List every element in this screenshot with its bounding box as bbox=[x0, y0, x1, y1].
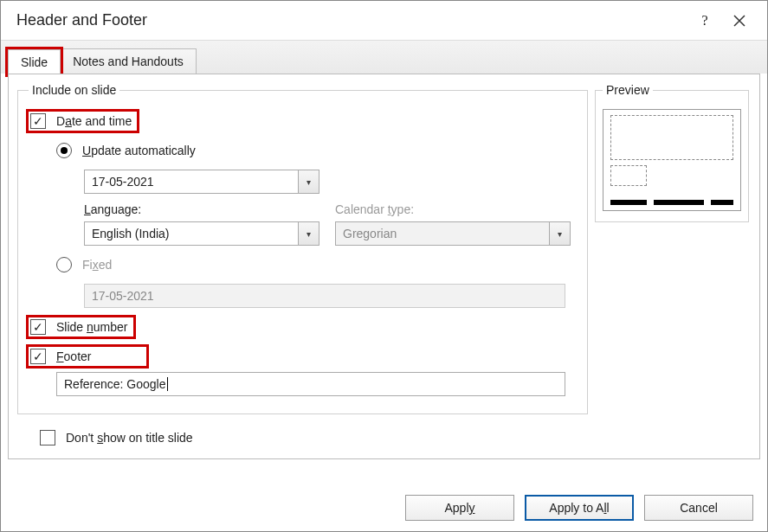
language-combo[interactable]: English (India) ▾ bbox=[84, 221, 319, 246]
footer-checkbox[interactable] bbox=[30, 349, 46, 364]
calendar-type-combo: Gregorian ▾ bbox=[335, 221, 571, 246]
tab-slide[interactable]: Slide bbox=[8, 49, 61, 74]
fixed-radio[interactable] bbox=[56, 257, 72, 272]
preview-group: Preview bbox=[595, 83, 749, 222]
chevron-down-icon: ▾ bbox=[298, 222, 319, 245]
apply-button[interactable]: Apply bbox=[405, 495, 514, 521]
chevron-down-icon: ▾ bbox=[549, 222, 570, 245]
header-footer-dialog: Header and Footer ? Slide Notes and Hand… bbox=[0, 0, 768, 532]
tab-strip: Slide Notes and Handouts bbox=[1, 41, 767, 74]
date-format-combo[interactable]: 17-05-2021 ▾ bbox=[84, 170, 319, 194]
close-icon[interactable] bbox=[722, 3, 757, 38]
preview-thumbnail bbox=[603, 109, 741, 211]
text-caret-icon bbox=[167, 377, 168, 391]
cancel-button[interactable]: Cancel bbox=[644, 495, 753, 521]
dialog-title: Header and Footer bbox=[16, 11, 687, 29]
language-label: Language: bbox=[84, 202, 319, 216]
chevron-down-icon: ▾ bbox=[298, 170, 319, 193]
include-on-slide-group: Include on slide Date and time Update au… bbox=[17, 83, 588, 414]
tab-notes-and-handouts[interactable]: Notes and Handouts bbox=[60, 48, 197, 74]
apply-to-all-button[interactable]: Apply to All bbox=[525, 495, 634, 521]
calendar-type-label: Calendar type: bbox=[335, 202, 571, 216]
date-time-checkbox[interactable] bbox=[30, 113, 46, 129]
help-icon[interactable]: ? bbox=[687, 3, 722, 38]
titlebar: Header and Footer ? bbox=[1, 1, 767, 41]
dont-show-on-title-label: Don't show on title slide bbox=[66, 431, 193, 445]
include-on-slide-legend: Include on slide bbox=[29, 83, 119, 97]
update-automatically-radio[interactable] bbox=[56, 143, 72, 158]
fixed-label: Fixed bbox=[82, 258, 112, 272]
dont-show-on-title-checkbox[interactable] bbox=[40, 430, 55, 445]
update-automatically-label: Update automatically bbox=[82, 144, 196, 157]
footer-label: Footer bbox=[56, 349, 91, 363]
slide-number-label: Slide number bbox=[56, 320, 128, 334]
date-time-label: Date and time bbox=[56, 114, 132, 128]
slide-number-checkbox[interactable] bbox=[30, 319, 46, 335]
footer-text-input[interactable]: Reference: Google bbox=[56, 372, 565, 396]
fixed-date-input: 17-05-2021 bbox=[84, 284, 565, 308]
dialog-buttons: Apply Apply to All Cancel bbox=[405, 495, 753, 521]
preview-legend: Preview bbox=[603, 83, 653, 97]
tab-panel-slide: Include on slide Date and time Update au… bbox=[8, 74, 760, 459]
